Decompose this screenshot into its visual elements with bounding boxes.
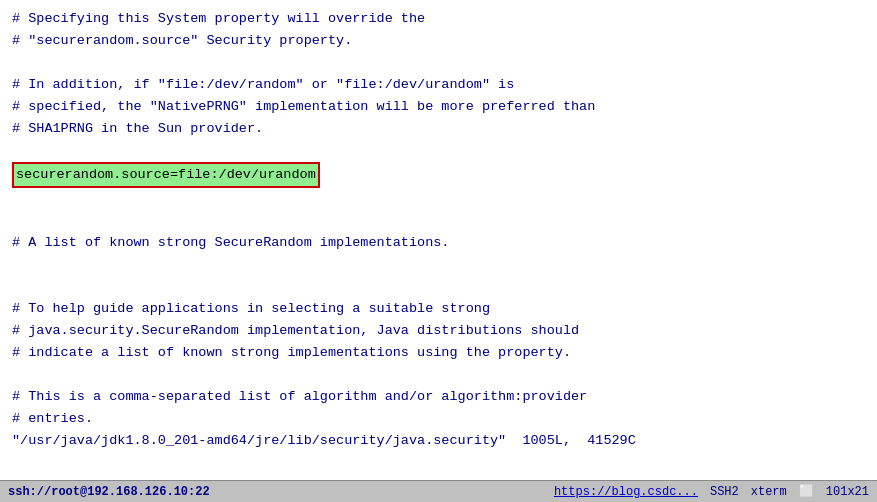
line-20: "/usr/java/jdk1.8.0_201-amd64/jre/lib/se… [12, 430, 865, 452]
line-8: securerandom.source=file:/dev/urandom [12, 162, 865, 188]
status-right: https://blog.csdc... SSH2 xterm ⬜ 101x21 [554, 484, 869, 499]
status-size: 101x21 [826, 485, 869, 499]
line-1: # Specifying this System property will o… [12, 8, 865, 30]
highlighted-value: securerandom.source=file:/dev/urandom [12, 162, 320, 188]
status-link: https://blog.csdc... [554, 485, 698, 499]
line-2: # "securerandom.source" Security propert… [12, 30, 865, 52]
status-ssh: SSH2 [710, 485, 739, 499]
line-7 [12, 140, 865, 162]
line-3 [12, 52, 865, 74]
line-13 [12, 276, 865, 298]
line-15: # java.security.SecureRandom implementat… [12, 320, 865, 342]
line-19: # entries. [12, 408, 865, 430]
line-10 [12, 210, 865, 232]
line-17 [12, 364, 865, 386]
line-18: # This is a comma-separated list of algo… [12, 386, 865, 408]
status-bar: ssh://root@192.168.126.10:22 https://blo… [0, 480, 877, 502]
editor-area: # Specifying this System property will o… [0, 0, 877, 480]
status-term: xterm [751, 485, 787, 499]
line-6: # SHA1PRNG in the Sun provider. [12, 118, 865, 140]
line-4: # In addition, if "file:/dev/random" or … [12, 74, 865, 96]
resize-icon: ⬜ [799, 484, 814, 499]
line-9 [12, 188, 865, 210]
line-14: # To help guide applications in selectin… [12, 298, 865, 320]
line-16: # indicate a list of known strong implem… [12, 342, 865, 364]
line-12 [12, 254, 865, 276]
status-path: ssh://root@192.168.126.10:22 [8, 485, 210, 499]
line-11: # A list of known strong SecureRandom im… [12, 232, 865, 254]
line-5: # specified, the "NativePRNG" implementa… [12, 96, 865, 118]
